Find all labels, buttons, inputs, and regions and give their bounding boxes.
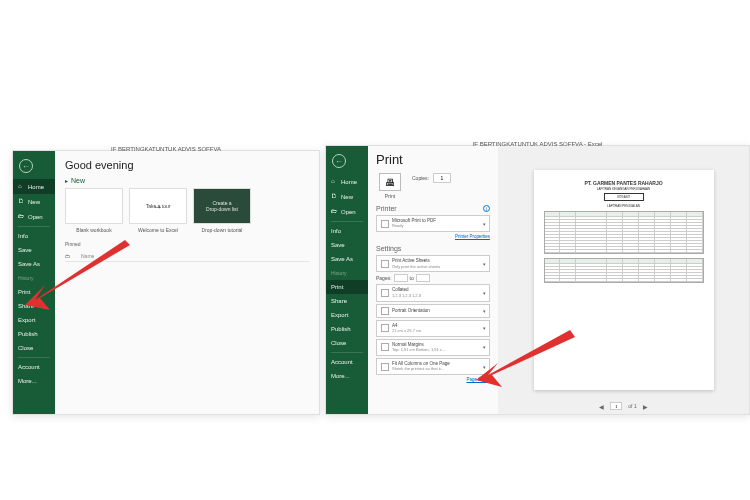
pages-label: Pages:: [376, 275, 392, 281]
greeting: Good evening: [65, 159, 309, 171]
paper-size-dropdown[interactable]: A421 cm x 29,7 cm: [376, 320, 490, 337]
page-of-label: of 1: [628, 403, 636, 409]
sidebar-item-share[interactable]: Share: [326, 294, 368, 308]
sidebar-left: ← ⌂Home 🗋New 🗁Open Info Save Save As His…: [13, 151, 55, 414]
margins-dropdown[interactable]: Normal MarginsTop: 1,91 cm Bottom: 1,91 …: [376, 339, 490, 356]
sidebar-item-export[interactable]: Export: [13, 313, 55, 327]
new-icon: 🗋: [331, 193, 338, 200]
sidebar-item-export[interactable]: Export: [326, 308, 368, 322]
print-settings-pane: Print 🖶 Print Copies: Printer i Microsof…: [368, 146, 498, 414]
sidebar-item-history: History: [13, 271, 55, 285]
copies-input[interactable]: [433, 173, 451, 183]
print-what-dropdown[interactable]: Print Active SheetsOnly print the active…: [376, 255, 490, 272]
template-blank[interactable]: Blank workbook: [65, 188, 123, 233]
print-preview-pane: PT. GARMEN PANTES RAHARJO LAPORAN KEUANG…: [498, 146, 749, 414]
preview-page: PT. GARMEN PANTES RAHARJO LAPORAN KEUANG…: [534, 170, 714, 390]
preview-table-2: [544, 258, 704, 283]
folder-icon: 🗁: [18, 213, 25, 220]
file-list-header: 🗀 Name: [65, 251, 309, 262]
preview-table-1: [544, 211, 704, 254]
print-content: Print 🖶 Print Copies: Printer i Microsof…: [368, 146, 749, 414]
preview-company: PT. GARMEN PANTES RAHARJO: [544, 180, 704, 186]
next-page-button[interactable]: ▶: [643, 403, 648, 410]
sidebar-item-history: History: [326, 266, 368, 280]
printer-icon: 🖶: [379, 173, 401, 191]
sidebar-item-open[interactable]: 🗁Open: [326, 204, 368, 219]
sheets-icon: [381, 260, 389, 268]
portrait-icon: [381, 307, 389, 315]
template-row: Blank workbook Take a tour Welcome to Ex…: [65, 188, 309, 233]
print-title: Print: [376, 152, 490, 167]
printer-dropdown[interactable]: Microsoft Print to PDFReady: [376, 215, 490, 232]
home-icon: ⌂: [18, 183, 25, 190]
backstage-print-panel: IF BERTINGKATUNTUK ADVIS SOFFVA - Excel …: [325, 145, 750, 415]
backstage-home-panel: IF BERTINGKATUNTUK ADVIS SOFFVA ← ⌂Home …: [12, 150, 320, 415]
sidebar-item-close[interactable]: Close: [13, 341, 55, 355]
sidebar-item-info[interactable]: Info: [13, 229, 55, 243]
paper-icon: [381, 324, 389, 332]
back-button[interactable]: ←: [332, 154, 346, 168]
sidebar-item-close[interactable]: Close: [326, 336, 368, 350]
name-col: Name: [81, 253, 94, 259]
printer-icon: [381, 220, 389, 228]
sidebar-right: ← ⌂Home 🗋New 🗁Open Info Save Save As His…: [326, 146, 368, 414]
separator: [18, 357, 50, 358]
sidebar-item-open[interactable]: 🗁Open: [13, 209, 55, 224]
sidebar-item-more[interactable]: More...: [326, 369, 368, 383]
printer-section-head: Printer: [376, 205, 397, 212]
collation-dropdown[interactable]: Collated1,2,3 1,2,3 1,2,3: [376, 284, 490, 301]
sidebar-item-account[interactable]: Account: [326, 355, 368, 369]
home-content: Good evening New Blank workbook Take a t…: [55, 151, 319, 414]
page-setup-link[interactable]: Page Setup: [376, 377, 490, 382]
prev-page-button[interactable]: ◀: [599, 403, 604, 410]
orientation-dropdown[interactable]: Portrait Orientation: [376, 304, 490, 318]
preview-badge: SOGASO: [604, 193, 644, 201]
scaling-dropdown[interactable]: Fit All Columns on One PageShrink the pr…: [376, 358, 490, 375]
copies-label: Copies:: [412, 175, 429, 181]
recent-tabs: Pinned: [65, 241, 309, 247]
settings-section-head: Settings: [376, 245, 401, 252]
sidebar-item-account[interactable]: Account: [13, 360, 55, 374]
sidebar-item-saveas[interactable]: Save As: [326, 252, 368, 266]
print-button[interactable]: 🖶 Print: [376, 173, 404, 199]
info-icon[interactable]: i: [483, 205, 490, 212]
margins-icon: [381, 343, 389, 351]
folder-icon: 🗁: [331, 208, 338, 215]
sidebar-item-print[interactable]: Print: [13, 285, 55, 299]
tab-pinned[interactable]: Pinned: [65, 241, 81, 247]
sidebar-item-publish[interactable]: Publish: [13, 327, 55, 341]
collate-icon: [381, 289, 389, 297]
separator: [18, 226, 50, 227]
scale-icon: [381, 363, 389, 371]
separator: [331, 352, 363, 353]
template-thumb: [65, 188, 123, 224]
preview-pager: ◀ of 1 ▶: [498, 402, 749, 410]
printer-properties-link[interactable]: Printer Properties: [376, 234, 490, 239]
sidebar-item-saveas[interactable]: Save As: [13, 257, 55, 271]
sidebar-item-publish[interactable]: Publish: [326, 322, 368, 336]
new-section-head[interactable]: New: [65, 177, 309, 184]
sidebar-item-new[interactable]: 🗋New: [13, 194, 55, 209]
sidebar-item-print[interactable]: Print: [326, 280, 368, 294]
preview-caption: LAPORAN PENJUALAN: [544, 204, 704, 208]
sidebar-item-more[interactable]: More...: [13, 374, 55, 388]
back-button[interactable]: ←: [19, 159, 33, 173]
sidebar-item-share[interactable]: Share: [13, 299, 55, 313]
sidebar-item-new[interactable]: 🗋New: [326, 189, 368, 204]
pin-col: 🗀: [65, 253, 81, 259]
template-thumb: Take a tour: [129, 188, 187, 224]
separator: [331, 221, 363, 222]
pages-from-input[interactable]: [394, 274, 408, 282]
pages-to-input[interactable]: [416, 274, 430, 282]
sidebar-item-home[interactable]: ⌂Home: [13, 179, 55, 194]
sidebar-item-save[interactable]: Save: [13, 243, 55, 257]
sidebar-item-home[interactable]: ⌂Home: [326, 174, 368, 189]
template-dropdown[interactable]: Create a Drop-down list Drop-down tutori…: [193, 188, 251, 233]
template-thumb: Create a Drop-down list: [193, 188, 251, 224]
new-icon: 🗋: [18, 198, 25, 205]
template-welcome[interactable]: Take a tour Welcome to Excel: [129, 188, 187, 233]
page-input[interactable]: [610, 402, 622, 410]
sidebar-item-save[interactable]: Save: [326, 238, 368, 252]
sidebar-item-info[interactable]: Info: [326, 224, 368, 238]
home-icon: ⌂: [331, 178, 338, 185]
